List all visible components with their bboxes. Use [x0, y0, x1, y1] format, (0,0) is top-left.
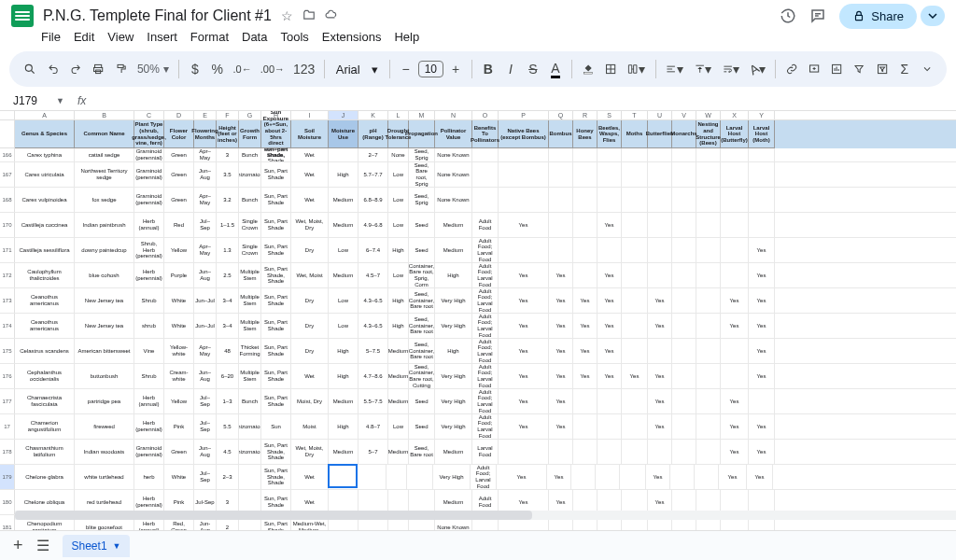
- cell[interactable]: Adult Food; Larval Food: [472, 339, 499, 363]
- cell[interactable]: Yes: [749, 238, 775, 262]
- cell[interactable]: 6–20: [217, 364, 239, 388]
- cell[interactable]: white turtlehead: [75, 465, 134, 489]
- row-header[interactable]: 166: [0, 148, 15, 161]
- move-icon[interactable]: [302, 8, 316, 23]
- cell[interactable]: Adult Food; Larval Food: [472, 364, 499, 388]
- cell[interactable]: [549, 238, 573, 262]
- cell[interactable]: Adult Food; Larval Food: [472, 389, 499, 413]
- cell[interactable]: Yes: [499, 339, 549, 363]
- cell[interactable]: Celastrus scandens: [15, 339, 75, 363]
- cell[interactable]: 5–7.5: [358, 339, 388, 363]
- menu-extensions[interactable]: Extensions: [322, 30, 382, 44]
- cell[interactable]: Low: [329, 288, 358, 313]
- cell[interactable]: Yes: [622, 364, 648, 388]
- cell[interactable]: [598, 188, 622, 212]
- cell[interactable]: Apr–May: [194, 148, 217, 161]
- cell[interactable]: Moist, Dry: [291, 389, 329, 413]
- cell[interactable]: [598, 148, 622, 161]
- col-header-Y[interactable]: Y: [749, 111, 775, 119]
- cell[interactable]: Wet, Moist, Dry: [291, 440, 329, 464]
- cell[interactable]: [622, 213, 648, 237]
- cell[interactable]: Low: [329, 314, 358, 338]
- cell[interactable]: herb: [134, 465, 164, 489]
- cell[interactable]: [648, 213, 672, 237]
- col-header-E[interactable]: E: [194, 111, 217, 119]
- cell[interactable]: partridge pea: [75, 389, 134, 413]
- cell[interactable]: Graminoid (perennial): [134, 188, 164, 212]
- header-cell[interactable]: Genus & Species: [15, 120, 75, 148]
- header-cell[interactable]: Butterflies: [648, 120, 672, 148]
- cell[interactable]: Bunch: [239, 389, 261, 413]
- cell[interactable]: Adult Food; Larval Food: [472, 288, 499, 313]
- font-select[interactable]: Arial▾: [330, 61, 384, 78]
- cell[interactable]: Jul–Sep: [194, 465, 217, 489]
- cell[interactable]: Sun, Part Shade: [261, 288, 291, 313]
- cell[interactable]: [721, 188, 749, 212]
- cell[interactable]: [648, 148, 672, 161]
- header-cell[interactable]: Flowering Months: [194, 120, 217, 148]
- name-box[interactable]: J179: [9, 92, 56, 109]
- cell[interactable]: [696, 364, 721, 388]
- cell[interactable]: Yes: [499, 414, 549, 439]
- header-cell[interactable]: Moths: [622, 120, 648, 148]
- cell[interactable]: Sun, Part Shade, Shade: [261, 465, 291, 489]
- cell[interactable]: blue cohosh: [75, 263, 134, 287]
- cell[interactable]: High: [329, 414, 358, 439]
- cell[interactable]: 3.5: [217, 162, 239, 187]
- cell[interactable]: [573, 188, 598, 212]
- header-cell[interactable]: Benefits To Pollinators: [472, 120, 499, 148]
- cell[interactable]: Apr–May: [194, 339, 217, 363]
- cell[interactable]: Apr–May: [194, 238, 217, 262]
- cell[interactable]: Wet, Moist: [291, 263, 329, 287]
- cell[interactable]: Caulophyllum thalictroides: [15, 263, 75, 287]
- cell[interactable]: Low: [329, 238, 358, 262]
- col-header-T[interactable]: T: [622, 111, 648, 119]
- filter-views-icon[interactable]: [872, 59, 893, 79]
- cell[interactable]: Yellow-white: [164, 339, 194, 363]
- cell[interactable]: Wet, Moist, Dry: [291, 213, 329, 237]
- cell[interactable]: Adult Food: [472, 213, 499, 237]
- cell[interactable]: 3–4: [217, 314, 239, 338]
- cell[interactable]: 1.3: [217, 238, 239, 262]
- cell[interactable]: Yes: [598, 288, 622, 313]
- cell[interactable]: [721, 162, 749, 187]
- cell[interactable]: Sun, Part Shade: [261, 162, 291, 187]
- cell[interactable]: [672, 414, 696, 439]
- cell[interactable]: 1–3: [217, 389, 239, 413]
- cell[interactable]: Yes: [648, 414, 672, 439]
- cell[interactable]: 2–7: [358, 148, 388, 161]
- cell[interactable]: 3–4: [217, 288, 239, 313]
- cell[interactable]: Yes: [497, 465, 547, 489]
- cell[interactable]: Seed, Container, Bare root: [409, 314, 435, 338]
- comment-icon[interactable]: [809, 7, 826, 24]
- cell[interactable]: [622, 389, 648, 413]
- cell[interactable]: High: [329, 339, 358, 363]
- cell[interactable]: Yes: [549, 364, 573, 388]
- cell[interactable]: Rhizomatous: [239, 162, 261, 187]
- cell[interactable]: [622, 314, 648, 338]
- currency-icon[interactable]: $: [185, 58, 205, 80]
- cell[interactable]: Medium: [388, 364, 409, 388]
- cell[interactable]: 4.8–7: [358, 414, 388, 439]
- cell[interactable]: Medium: [435, 238, 472, 262]
- cell[interactable]: Yes: [549, 288, 573, 313]
- cell[interactable]: Single Crown: [239, 213, 261, 237]
- cell[interactable]: Graminoid (perennial): [134, 148, 164, 161]
- cell[interactable]: Dry: [291, 288, 329, 313]
- cell[interactable]: [696, 414, 721, 439]
- cell[interactable]: Medium: [329, 188, 358, 212]
- cell[interactable]: fox sedge: [75, 188, 134, 212]
- row-header[interactable]: 173: [0, 288, 15, 313]
- paint-format-icon[interactable]: [111, 59, 132, 79]
- merge-icon[interactable]: ▾: [623, 58, 649, 80]
- cell[interactable]: 4.5: [217, 440, 239, 464]
- cell[interactable]: [499, 440, 549, 464]
- cell[interactable]: 5.5: [217, 414, 239, 439]
- cell[interactable]: American bittersweet: [75, 339, 134, 363]
- cell[interactable]: Wet: [291, 364, 329, 388]
- cell[interactable]: High: [435, 263, 472, 287]
- cell[interactable]: [696, 238, 721, 262]
- cell[interactable]: Jun–Jul: [194, 314, 217, 338]
- cell[interactable]: cattail sedge: [75, 148, 134, 161]
- cell[interactable]: Herb (perennial): [134, 414, 164, 439]
